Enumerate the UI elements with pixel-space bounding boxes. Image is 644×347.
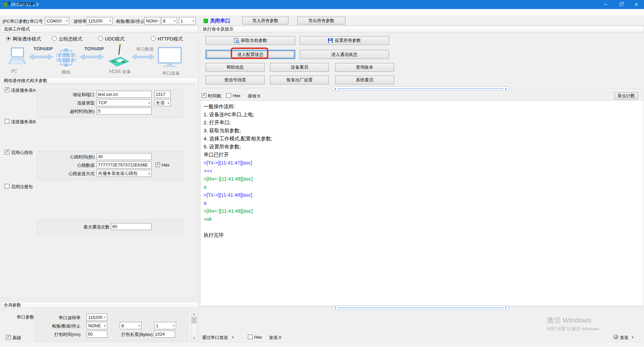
get-params-button[interactable]: 获取当前参数	[206, 36, 295, 45]
pack-len-input[interactable]: 1024	[154, 331, 175, 338]
log-line: +++	[201, 167, 644, 175]
chevron-down-icon: ∨	[104, 316, 106, 319]
system-reboot-button[interactable]: 系统重启	[335, 76, 394, 84]
panel-divider	[199, 26, 199, 347]
global-parity-select[interactable]: NONE∨	[87, 322, 107, 329]
pc-label: PC	[11, 69, 17, 74]
windows-activation-watermark: 激活 Windows	[547, 316, 591, 325]
log-line: 一般操作流程:	[201, 102, 644, 111]
log-hex-label: Hex	[233, 93, 240, 98]
minimize-button[interactable]	[598, 0, 613, 9]
log-line	[201, 223, 644, 231]
timestamp-label: 时间戳	[208, 93, 221, 99]
timestamp-checkbox[interactable]	[202, 93, 206, 98]
reset-count-button[interactable]: 复位计数	[614, 92, 638, 99]
stopbits-select[interactable]: 1∨	[179, 17, 196, 24]
restore-button[interactable]	[613, 0, 629, 9]
set-params-button[interactable]: 设置所有参数	[300, 36, 389, 45]
help-button[interactable]: 帮助信息	[206, 63, 265, 72]
send-hex-checkbox[interactable]	[248, 335, 253, 339]
menu-language[interactable]: Language	[15, 1, 35, 6]
radio-httpd[interactable]	[151, 36, 156, 41]
arrow-left-right-icon	[79, 53, 104, 61]
send-hex-label: Hex	[254, 335, 262, 340]
send-sphere-icon	[613, 335, 618, 339]
timeout-input[interactable]: 5	[97, 108, 152, 115]
heartbeat-data-input[interactable]: 7777772E7573722E636E	[97, 161, 152, 168]
parity-select[interactable]: NONI∨	[144, 17, 160, 24]
enter-config-button[interactable]: 进入配置状态	[206, 50, 295, 59]
scroll-down-icon[interactable]: ▼	[192, 335, 197, 341]
scroll-up-icon[interactable]: ▲	[192, 311, 197, 317]
close-button[interactable]: ✕	[629, 0, 644, 9]
link1-label: TCP/UDP	[34, 46, 53, 51]
command-panel-header: 执行命令及提示	[200, 26, 644, 32]
log-line: 1. 设备连PC串口,上电;	[201, 111, 644, 119]
scrollbar-thumb[interactable]	[192, 317, 197, 324]
pack-time-input[interactable]: 50	[87, 331, 107, 338]
heartbeat-checkbox[interactable]	[5, 150, 9, 154]
conn-type-select[interactable]: TCP∨	[97, 99, 152, 106]
log-line: >[Rx<-][11:41:48][asc]	[201, 207, 644, 215]
set-params-label: 设置所有参数	[335, 38, 361, 44]
global-stopbits-select[interactable]: 1∨	[154, 322, 176, 329]
m2m-device-icon	[106, 44, 131, 68]
heartbeat-time-input[interactable]: 30	[97, 153, 152, 160]
enter-comm-button[interactable]: 进入通讯状态	[300, 50, 389, 59]
heartbeat-mode-select[interactable]: 向服务器发送心跳包∨	[97, 170, 152, 177]
minimize-icon	[604, 4, 607, 5]
server-a-checkbox[interactable]	[5, 87, 9, 92]
splitter-handle-bottom[interactable]: ▼ ▼	[333, 305, 508, 310]
chevron-down-icon: ∨	[173, 19, 176, 22]
collapse-down-icon: ▼	[504, 306, 507, 309]
global-databits-select[interactable]: 8∨	[120, 322, 142, 329]
reboot-device-button[interactable]: 设备重启	[270, 63, 329, 72]
radio-cloud-label: 云组态模式	[59, 36, 82, 42]
serial-params-label: 串口参数	[17, 314, 34, 320]
radio-udc[interactable]	[98, 36, 103, 41]
import-params-button[interactable]: 导入所有参数	[242, 17, 288, 24]
log-hex-checkbox[interactable]	[226, 93, 231, 98]
server-a-address-input[interactable]: test.usr.cn	[97, 91, 152, 98]
heartbeat-hex-checkbox[interactable]	[155, 162, 160, 167]
factory-reset-button[interactable]: 恢复出厂设置	[270, 76, 329, 84]
send-button[interactable]: 发送	[620, 335, 629, 341]
m2m-label: M2M 设备	[109, 69, 131, 75]
chevron-down-icon[interactable]: ▾	[232, 336, 234, 339]
radio-net-transparent[interactable]	[6, 36, 11, 41]
menu-file[interactable]: 文件	[3, 1, 11, 7]
com-port-select[interactable]: COM10∨	[45, 17, 69, 24]
chevron-down-icon: ∨	[138, 324, 140, 327]
pack-len-label: 打包长度(Bytes)	[118, 332, 153, 338]
heartbeat-label: 启用心跳包	[11, 150, 33, 156]
arrow-left-right-icon	[131, 53, 155, 61]
register-checkbox[interactable]	[5, 184, 9, 189]
splitter-handle-top[interactable]: ▲ ▲	[333, 86, 508, 91]
radio-cloud[interactable]	[52, 36, 57, 41]
left-panel-scrollbar[interactable]: ▲ ▼	[191, 311, 197, 341]
send-via-serial-button[interactable]: 通过串口发送	[202, 335, 228, 341]
log-output[interactable]: 一般操作流程:1. 设备连PC串口,上电;2. 打开串口;3. 获取当前参数;4…	[200, 100, 644, 306]
query-signal-button[interactable]: 查信号强度	[206, 76, 265, 84]
global-baud-label: 串口波特率	[44, 315, 80, 321]
serial-device-label: 串口设备	[162, 70, 180, 76]
export-params-button[interactable]: 导出所有参数	[297, 17, 345, 24]
query-version-button[interactable]: 查询版本	[335, 63, 394, 72]
server-b-checkbox[interactable]	[5, 119, 9, 124]
log-line: 串口已打开	[201, 151, 644, 159]
databits-select[interactable]: 8∨	[161, 17, 177, 24]
advanced-checkbox[interactable]	[6, 335, 11, 340]
log-line: >[Tx->][11:41:47][asc]	[201, 159, 644, 167]
chevron-down-icon: ∨	[148, 101, 150, 104]
server-a-port-input[interactable]: 2317	[154, 91, 171, 98]
global-baud-select[interactable]: 115200∨	[87, 314, 107, 321]
chevron-down-icon[interactable]: ▾	[632, 336, 634, 339]
chevron-down-icon: ∨	[65, 19, 68, 22]
bottom-strip	[0, 342, 644, 347]
chevron-down-icon: ∨	[157, 19, 159, 22]
baud-select[interactable]: 115200∨	[87, 17, 113, 24]
reconnect-input[interactable]: 60	[111, 223, 152, 230]
keepalive-select[interactable]: 长连∨	[154, 99, 171, 106]
port-open-led-icon	[204, 19, 208, 23]
close-port-button[interactable]: 关闭串口	[210, 18, 230, 24]
